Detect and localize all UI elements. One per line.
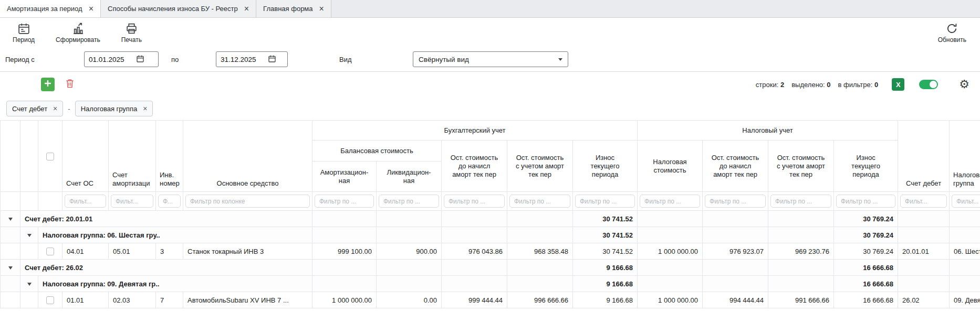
filter-input-residual-after-bu[interactable] [509,195,570,208]
excel-export-button[interactable]: X [892,78,904,91]
period-to-label: по [171,56,216,63]
column-header-depreciable-value[interactable]: Амортизацион- ная [312,162,377,192]
cell-tax-value: 1 000 000.00 [638,292,703,308]
column-header-debit-account[interactable]: Счет дебет [898,121,950,192]
table-cell [703,211,768,227]
filter-cell [638,192,703,211]
checkbox-cell [38,243,62,260]
add-row-button[interactable] [41,78,55,91]
view-select[interactable]: Свёрнутый вид [413,51,568,67]
collapse-arrow-icon[interactable] [27,283,32,286]
column-header-wear-nu[interactable]: Износ текущего периода [834,141,898,192]
cell-account-depr: 05.01 [109,243,156,260]
calendar-icon [17,22,30,35]
filter-input-wear-bu[interactable] [575,195,635,208]
collapse-arrow-icon[interactable] [8,266,13,270]
table-cell [638,276,703,292]
tab-main-form[interactable]: Главная форма × [256,0,331,17]
table-cell [768,260,834,276]
period-from-value[interactable] [89,56,133,63]
filter-input-residual-before-bu[interactable] [444,195,505,208]
row-checkbox[interactable] [46,248,54,255]
column-header-residual-after-nu[interactable]: Ост. стоимость с учетом аморт тек пер [768,141,834,192]
column-header-residual-before-bu[interactable]: Ост. стоимость до начисл аморт тек пер [442,141,507,192]
cell-wear-bu: 30 741.52 [573,243,638,260]
group-chip-debit-account[interactable]: Счет дебет × [6,101,63,116]
filter-input-inv-number[interactable] [158,195,181,208]
expander-cell[interactable] [20,227,38,243]
cell-residual-after-nu: 991 666.66 [768,292,834,308]
data-grid: Счет ОС Счет амортизаци Инв. номер Основ… [0,120,980,308]
column-header-liquidation-value[interactable]: Ликвидацион- ная [377,162,442,192]
cell-wear-bu-total: 9 166.68 [573,276,638,292]
tab-close-icon[interactable]: × [319,5,324,13]
column-header-account-os[interactable]: Счет ОС [62,121,109,192]
table-cell [898,227,950,243]
row-checkbox[interactable] [46,296,54,304]
filter-input-account-os[interactable] [65,195,106,208]
calendar-icon[interactable] [136,55,144,65]
grid-panel: строки: 2 выделено: 0 в фильтре: 0 X ⚙ С… [0,71,980,308]
collapse-arrow-icon[interactable] [27,234,32,237]
data-row-asset-7[interactable]: 01.01 02.03 7 АвтомобильSubaru XV ИНВ 7 … [1,292,980,308]
column-header-inv-number[interactable]: Инв. номер [156,121,183,192]
expander-cell[interactable] [1,211,20,227]
calendar-icon[interactable] [268,55,276,65]
period-from-input[interactable] [84,51,159,67]
filter-input-depreciable[interactable] [315,195,374,208]
cell-depreciable: 1 000 000.00 [312,292,377,308]
expander-cell[interactable] [20,276,38,292]
print-button[interactable]: Печать [121,22,142,44]
column-header-tax-value[interactable]: Налоговая стоимость [638,141,703,192]
table-cell [442,211,507,227]
tab-close-icon[interactable]: × [244,5,249,13]
filter-input-debit-account[interactable] [900,195,947,208]
period-button[interactable]: Период [13,22,35,44]
filter-input-fixed-asset[interactable] [185,195,310,208]
filter-toggle[interactable] [919,80,938,89]
filter-input-wear-nu[interactable] [836,195,895,208]
group-row-debit-26-02[interactable]: Счет дебет: 26.02 9 166.68 16 666.68 [1,260,980,276]
group-row-tax-group-09[interactable]: Налоговая группа: 09. Девятая гр.. 9 166… [1,276,980,292]
cell-fixed-asset: АвтомобильSubaru XV ИНВ 7 ... [183,292,312,308]
column-header-fixed-asset[interactable]: Основное средство [183,121,312,192]
expander-cell[interactable] [1,260,20,276]
column-header-residual-after-bu[interactable]: Ост. стоимость с учетом аморт тек пер [507,141,573,192]
filter-input-tax-group[interactable] [952,195,980,208]
filter-input-tax-value[interactable] [640,195,700,208]
chip-remove-icon[interactable]: × [53,105,57,112]
gear-icon[interactable]: ⚙ [959,79,969,90]
tab-wear-methods-registry[interactable]: Способы начисления износа БУ - Реестр × [101,0,256,17]
chip-separator: - [68,105,70,113]
tab-amortization-period[interactable]: Амортизация за период × [0,0,101,17]
column-header-tax-group[interactable]: Налоговая группа [950,121,980,192]
period-to-input[interactable] [216,51,288,67]
cell-residual-before-nu: 976 923.07 [703,243,768,260]
filter-cell [62,192,109,211]
cell-wear-nu-total: 16 666.68 [834,260,898,276]
collapse-arrow-icon[interactable] [8,218,13,221]
generate-button[interactable]: Сформировать [56,22,100,44]
filter-input-liquidation[interactable] [379,195,439,208]
table-cell [768,211,834,227]
group-row-tax-group-06[interactable]: Налоговая группа: 06. Шестая гру.. 30 74… [1,227,980,243]
app-window: Амортизация за период × Способы начислен… [0,0,980,322]
filter-input-residual-after-nu[interactable] [770,195,831,208]
group-chip-tax-group[interactable]: Налоговая группа × [75,101,153,116]
filter-input-residual-before-nu[interactable] [705,195,766,208]
delete-row-button[interactable] [63,78,77,91]
filter-input-account-depr[interactable] [111,195,153,208]
select-all-checkbox[interactable] [46,153,54,160]
column-header-wear-bu[interactable]: Износ текущего периода [573,141,638,192]
column-header-residual-before-nu[interactable]: Ост. стоимость до начисл аморт тек пер [703,141,768,192]
chip-remove-icon[interactable]: × [143,105,147,112]
tab-close-icon[interactable]: × [89,5,93,13]
data-row-asset-3[interactable]: 04.01 05.01 3 Станок токарный ИНВ 3 999 … [1,243,980,260]
period-to-value[interactable] [221,56,265,63]
column-header-account-depr[interactable]: Счет амортизаци [109,121,156,192]
filter-cell [156,192,183,211]
refresh-button[interactable]: Обновить [938,22,966,44]
group-row-debit-20-01-01[interactable]: Счет дебет: 20.01.01 30 741.52 30 769.24 [1,211,980,227]
table-cell [950,227,980,243]
chip-label: Счет дебет [12,105,47,113]
